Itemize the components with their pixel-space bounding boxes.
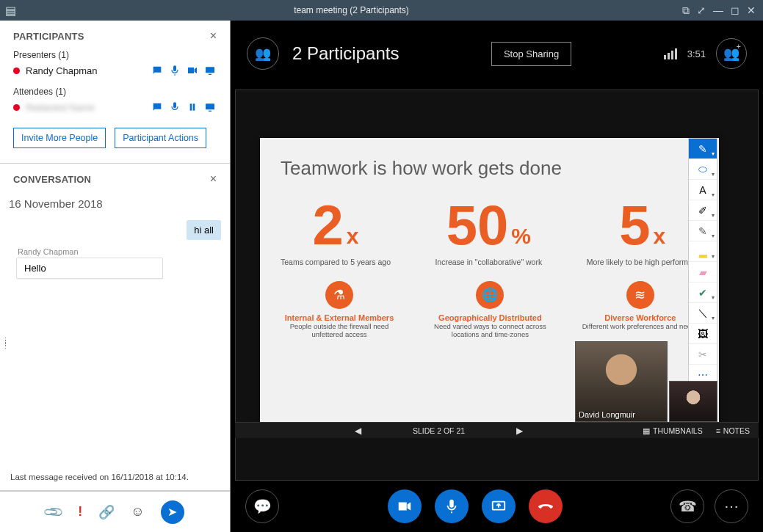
slide-nav-bar: ◀ SLIDE 2 OF 21 ▶ ▦THUMBNAILS ≡NOTES [235,422,759,438]
message-sender: Randy Chapman [9,247,221,256]
globe-icon: 🌐 [476,281,504,309]
resize-handle[interactable]: ⋮⋮⋮⋮⋮⋮ [0,339,8,348]
participant-actions-button[interactable]: Participant Actions [115,128,206,148]
line-tool[interactable]: ＼▾ [689,303,717,324]
maximize-icon[interactable]: ◻ [731,4,740,16]
slide-feature: 🌐 Geographically Distributed Need varied… [431,281,549,338]
im-icon[interactable] [151,65,164,76]
close-conversation-icon[interactable]: × [210,172,217,186]
svg-rect-3 [193,103,195,110]
device-button[interactable]: ☎ [670,489,704,523]
call-timer: 3:51 [687,48,706,59]
slide-feature: ⚗ Internal & External Members People out… [281,281,398,338]
conversation-date: 16 November 2018 [0,190,230,214]
sharing-icon[interactable] [203,101,217,113]
attendees-label: Attendees (1) [0,84,230,100]
layers-icon: ≋ [626,281,654,309]
close-participants-icon[interactable]: × [210,29,217,43]
presence-icon [13,104,20,111]
window-title: team meeting (2 Participants) [21,5,682,15]
invite-more-button[interactable]: Invite More People [13,128,106,148]
sharing-icon[interactable] [203,65,217,76]
mute-button[interactable] [435,489,469,523]
mic-icon[interactable] [168,65,181,76]
prev-slide-button[interactable]: ◀ [355,426,361,436]
svg-rect-2 [190,103,192,110]
notes-button[interactable]: ≡NOTES [716,426,750,435]
share-button[interactable] [482,489,516,523]
pen-tool[interactable]: ✎▾ [689,139,717,159]
chat-button[interactable]: 💬 [245,489,279,523]
check-tool[interactable]: ✔▾ [689,283,717,303]
pencil-tool[interactable]: ✎▾ [689,221,717,241]
conversation-title: CONVERSATION [13,174,91,185]
call-control-bar: 💬 ☎ ⋯ [231,481,763,532]
participant-count: 2 Participants [292,43,399,64]
pointer-tool[interactable]: ⬭▾ [689,159,717,180]
link-icon[interactable]: 🔗 [98,504,115,520]
hangup-button[interactable] [529,489,563,523]
attach-icon[interactable]: 📎 [43,500,65,523]
people-button[interactable]: 👥 [247,37,279,70]
message-text: hi all [187,220,221,240]
more-options-button[interactable]: ⋯ [715,489,748,523]
thumbnails-button[interactable]: ▦THUMBNAILS [643,426,703,435]
send-button[interactable]: ➤ [161,500,184,524]
eraser-tool[interactable]: ▰ [689,262,717,283]
video-toggle-button[interactable] [388,489,422,523]
annotation-toolbar: ✎▾ ⬭▾ A▾ ✐▾ ✎▾ ▂▾ ▰ ✔▾ ＼▾ 🖼 ✂ ⋯ [688,138,717,386]
slide-title: Teamwork is how work gets done [281,157,698,180]
message-input-toolbar: 📎 ! 🔗 ☺ ➤ [0,491,230,532]
svg-rect-1 [209,74,211,75]
participants-title: PARTICIPANTS [13,31,84,42]
minimize-icon[interactable]: — [713,4,723,16]
svg-rect-0 [206,67,214,73]
video-icon[interactable] [186,65,199,76]
participant-row[interactable]: Redacted Name [0,100,230,114]
important-icon[interactable]: ! [78,504,82,520]
pip-name: David Longmuir [579,410,635,419]
signal-icon [664,48,677,59]
image-tool[interactable]: 🖼 [689,324,717,344]
last-message-info: Last message received on 16/11/2018 at 1… [0,473,230,490]
delete-tool[interactable]: ✂ [689,344,717,365]
message-text: Hello [16,258,163,279]
highlighter-tool[interactable]: ▂▾ [689,241,717,262]
participant-name: Redacted Name [26,102,95,113]
message-incoming: hi all [9,220,221,240]
title-bar: ▤ team meeting (2 Participants) ⧉ ⤢ — ◻ … [0,0,763,21]
add-participant-button[interactable]: 👥+ [716,38,747,69]
slide-stat: 5x More likely to be high performing [587,197,698,266]
marker-tool[interactable]: ✐▾ [689,200,717,221]
presenters-label: Presenters (1) [0,47,230,63]
slide-feature: ≋ Diverse Workforce Different work prefe… [582,281,698,338]
im-icon[interactable] [151,101,164,113]
sidebar: PARTICIPANTS × Presenters (1) Randy Chap… [0,21,231,532]
fullscreen-icon[interactable]: ⤢ [697,4,706,16]
mic-icon[interactable] [168,101,181,113]
chat-toggle-icon[interactable]: ▤ [0,4,21,18]
slide-counter: SLIDE 2 OF 21 [413,426,465,435]
next-slide-button[interactable]: ▶ [516,426,523,436]
emoji-icon[interactable]: ☺ [131,504,144,520]
slide-stat: 2x Teams compared to 5 years ago [281,197,391,266]
presence-icon [13,68,20,74]
onhold-icon[interactable] [186,101,199,113]
avatar [576,342,667,421]
svg-rect-4 [206,103,214,109]
popout-icon[interactable]: ⧉ [682,4,690,17]
avatar [670,382,717,421]
network-icon: ⚗ [325,281,353,309]
video-pip-self[interactable] [669,381,717,422]
participant-name: Randy Chapman [26,65,98,76]
meeting-stage: 👥 2 Participants Stop Sharing 3:51 👥+ Te… [231,21,763,532]
text-tool[interactable]: A▾ [689,180,717,200]
message-outgoing: Hello [16,258,221,279]
stop-sharing-button[interactable]: Stop Sharing [491,42,571,66]
close-window-icon[interactable]: ✕ [747,4,756,16]
svg-rect-5 [209,111,211,112]
slide-stat: 50% Increase in "collaborative" work [435,197,542,266]
participant-row[interactable]: Randy Chapman [0,63,230,78]
video-pip-primary[interactable]: David Longmuir [575,341,668,422]
